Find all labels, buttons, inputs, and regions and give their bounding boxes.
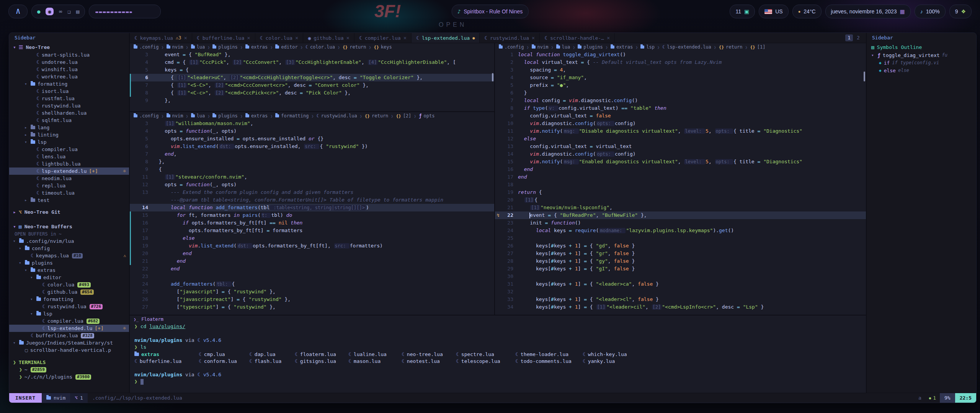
editor-pane-color-lua[interactable]: .config❯nvim❯lua❯plugins❯extras❯editor❯☾… — [130, 43, 494, 112]
tree-item-lsp-extended-lu[interactable]: ☾lsp-extended.lu[+]☼ — [9, 167, 129, 175]
workspace-icon-4[interactable]: ❏ — [67, 8, 70, 15]
breadcrumb-item[interactable]: {}[2] — [396, 113, 411, 119]
editor-pane-rustywind-lua[interactable]: .config❯nvim❯lua❯plugins❯extras❯formatti… — [130, 112, 494, 315]
tree-item-color-lua[interactable]: ☾color.lua#493 — [9, 281, 129, 288]
now-playing-widget[interactable]: ♪ Spiritbox - Rule Of Nines — [452, 5, 529, 18]
code-line[interactable]: 7 end, — [130, 150, 494, 158]
chevron-down-icon[interactable]: ▾ — [30, 297, 34, 302]
tree-item-sqlfmt-lua[interactable]: ☾sqlfmt.lua — [9, 117, 129, 124]
volume-widget[interactable]: ♪ 100% — [915, 5, 946, 18]
tab-lsp-extended-lua[interactable]: ☾lsp-extended.lua● — [412, 33, 480, 43]
tab-keymaps-lua[interactable]: ☾keymaps.lua⚠3× — [130, 33, 192, 43]
screens-widget[interactable]: 9 ❖ — [949, 5, 972, 18]
terminals-header[interactable]: ❯ TERMINALS — [9, 358, 129, 366]
tree-item-compiler-lua[interactable]: ☾compiler.lua — [9, 146, 129, 153]
breadcrumb-item[interactable]: .config — [134, 44, 159, 50]
code-line[interactable]: 11 vim.notify(msg: "Disable diagnostics … — [495, 127, 866, 135]
tree-item-lsp-extended-lu[interactable]: ☾lsp-extended.lu[+]☼ — [9, 325, 129, 332]
breadcrumb-item[interactable]: ☾color.lua — [305, 44, 335, 50]
search-pill[interactable] — [89, 5, 161, 18]
code-line[interactable]: 4 opts = function(_, opts) — [130, 127, 494, 135]
code-line[interactable]: 27 ["typescript"] = { "rustywind" }, — [130, 303, 494, 311]
code-line[interactable]: 33 keys[#keys + 1] = { "<leader>cl", fal… — [495, 296, 866, 303]
code-line[interactable]: 23 init = function() — [495, 219, 866, 227]
tree-item-neodim-lua[interactable]: ☾neodim.lua — [9, 175, 129, 182]
code-line[interactable]: 30 — [495, 273, 866, 280]
breadcrumb-item[interactable]: extras — [245, 113, 268, 119]
breadcrumb-item[interactable]: ☾lsp-extended.lua — [662, 44, 711, 50]
tree-item-c-n-l-plugins[interactable]: ❯~/.c/n/l/plugins#3980 — [9, 373, 129, 380]
tree-item-isort-lua[interactable]: ☾isort.lua — [9, 88, 129, 95]
tab-color-lua[interactable]: ☾color.lua× — [255, 33, 304, 43]
tree-item-compiler-lua[interactable]: ☾compiler.lua#682 — [9, 317, 129, 325]
code-line[interactable]: 16 if opts.formatters_by_ft[ft] == nil t… — [130, 219, 494, 227]
breadcrumb-item[interactable]: ☾rustywind.lua — [317, 113, 357, 119]
code-line[interactable]: 16 end — [495, 166, 866, 173]
date-widget[interactable]: jueves, noviembre 16, 2023 ▦ — [825, 5, 911, 18]
tree-item-undotree-lua[interactable]: ☾undotree.lua — [9, 59, 129, 66]
breadcrumb-item[interactable]: lsp — [640, 44, 655, 50]
symbol-item-else[interactable]: ◈elseelse — [867, 67, 976, 74]
close-icon[interactable]: × — [532, 35, 535, 41]
tree-item-rustywind-lua[interactable]: ☾rustywind.lua — [9, 102, 129, 109]
workspace-icon-1[interactable]: ● — [37, 8, 40, 15]
tabpage-1[interactable]: 1 — [845, 34, 853, 41]
code-line[interactable]: 31 keys[#keys + 1] = { "<leader>ca", fal… — [495, 280, 866, 288]
tree-item-editor[interactable]: ▾editor — [9, 274, 129, 281]
chevron-right-icon[interactable]: ▸ — [24, 198, 28, 203]
breadcrumb-item[interactable]: nvim — [167, 44, 183, 50]
breadcrumb-item[interactable]: extras — [245, 44, 268, 50]
breadcrumb-item[interactable]: lua — [191, 113, 205, 119]
neotree-buffers-header[interactable]: ▾ ▤ Neo-Tree Buffers — [9, 222, 129, 231]
code-line[interactable]: 9 }, — [130, 97, 494, 104]
tree-item-lightbulb-lua[interactable]: ☾lightbulb.lua — [9, 160, 129, 167]
code-line[interactable]: 5 keys = { — [130, 66, 494, 74]
floaterm-panel[interactable]: ❯_ Floaterm ❯ cd lua/plugins/nvim/lua/pl… — [130, 315, 866, 393]
code-line[interactable]: 29 keys[#keys + 1] = { "gI", false } — [495, 265, 866, 273]
close-icon[interactable]: × — [403, 35, 407, 41]
breadcrumb-item[interactable]: {}keys — [374, 44, 392, 50]
breadcrumb-item[interactable]: .config — [499, 44, 524, 50]
code-line[interactable]: 3 spacing = 4, — [495, 66, 866, 74]
tree-item-github-lua[interactable]: ☾github.lua#654 — [9, 288, 129, 296]
tree-item-config[interactable]: ▾config — [9, 245, 129, 252]
code-line[interactable]: 11 [1]"stevearc/conform.nvim", — [130, 173, 494, 181]
breadcrumb-item[interactable]: .config — [134, 113, 159, 119]
tree-item-plugins[interactable]: ▾plugins — [9, 259, 129, 267]
tree-item-[interactable]: ❯~#2859 — [9, 366, 129, 373]
breadcrumb-item[interactable]: lua — [556, 44, 570, 50]
tree-item-smart-splits-lua[interactable]: ☾smart-splits.lua — [9, 51, 129, 59]
code-line[interactable]: 15 vim.notify(msg: "Enabled diagnostics … — [495, 158, 866, 166]
code-line[interactable]: 28 keys[#keys + 1] = { "gy", false } — [495, 257, 866, 265]
breadcrumb-item[interactable]: editor — [275, 44, 297, 50]
code-line[interactable]: 20 [1]{ — [495, 196, 866, 204]
tree-item-lsp[interactable]: ▾lsp — [9, 138, 129, 146]
code-line[interactable]: ---@param tbl table<string, conform.Form… — [130, 196, 494, 204]
code-line[interactable]: 24 add_formatters(tbl: { — [130, 280, 494, 288]
tree-item-keymaps-lua[interactable]: ☾keymaps.lua#10⚠ — [9, 252, 129, 259]
tree-item-extras[interactable]: ▾extras — [9, 267, 129, 274]
workspace-icon-3[interactable]: ∞ — [59, 8, 62, 15]
breadcrumb-item[interactable]: extras — [611, 44, 633, 50]
close-icon[interactable]: × — [346, 35, 349, 41]
tree-item-winshift-lua[interactable]: ☾winshift.lua — [9, 66, 129, 73]
code-line[interactable]: 5 opts.ensure_installed = opts.ensure_in… — [130, 135, 494, 143]
chevron-down-icon[interactable]: ▾ — [30, 311, 34, 316]
code-line[interactable]: ↯22 event = { "BufReadPre", "BufNewFile"… — [495, 211, 866, 219]
code-line[interactable]: 12 else — [495, 135, 866, 143]
code-line[interactable]: 23 — [130, 273, 494, 280]
code-line[interactable]: 3 event = { "BufRead" }, — [130, 51, 494, 59]
scrollbar-handle[interactable] — [492, 73, 493, 81]
close-icon[interactable]: × — [247, 35, 250, 41]
chevron-down-icon[interactable]: ▾ — [19, 260, 23, 265]
symbol-item-if[interactable]: ◈ifif type(config.vi — [867, 59, 976, 67]
launcher-button[interactable]: Λ — [8, 5, 28, 18]
tree-item-repl-lua[interactable]: ☾repl.lua — [9, 182, 129, 189]
tree-item-rustfmt-lua[interactable]: ☾rustfmt.lua — [9, 95, 129, 102]
code-line[interactable]: 8 if type(v: config.virtual_text) == "ta… — [495, 104, 866, 112]
code-line[interactable]: 15 for ft, formatters in pairs(t: tbl) d… — [130, 211, 494, 219]
code-line[interactable]: 19 vim.list_extend(dst: opts.formatters_… — [130, 242, 494, 250]
close-icon[interactable]: × — [607, 35, 610, 41]
code-line[interactable]: 21 end — [130, 257, 494, 265]
breadcrumb-item[interactable]: formatting — [275, 113, 309, 119]
